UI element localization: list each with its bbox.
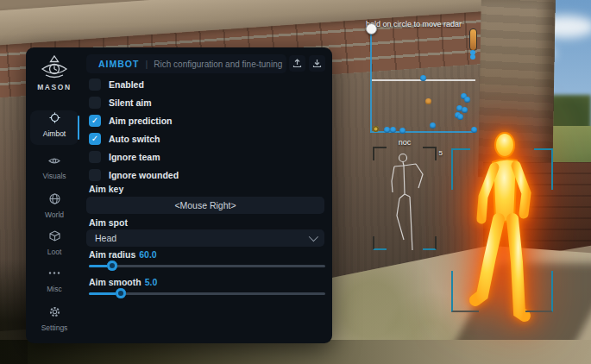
radar-blip-blue [430, 122, 436, 129]
aim-smooth-label-row: Aim smooth 5.0 [89, 277, 157, 287]
radar-blip-blue [399, 128, 406, 134]
gear-icon [49, 306, 60, 317]
mason-eye-icon [40, 54, 69, 80]
aim-key-bind-button[interactable]: <Mouse Right> [86, 197, 324, 214]
radar-blip-blue [462, 107, 468, 113]
chevron-down-icon [309, 232, 318, 242]
aim-smooth-slider[interactable] [89, 288, 325, 298]
radar-blip-blue [471, 127, 477, 133]
check-icon: ✓ [91, 135, 98, 143]
sidebar-item-world[interactable]: World [30, 191, 79, 224]
radar-move-handle[interactable] [366, 23, 377, 35]
aim-spot-label: Aim spot [89, 217, 128, 228]
sidebar-item-loot[interactable]: Loot [30, 229, 79, 261]
enemy-dot-marker [470, 54, 475, 60]
skeleton-esp-box: noc 5 [373, 147, 437, 250]
ground-shadow-strip [0, 340, 591, 364]
checkbox-box[interactable]: ✓ [89, 78, 101, 91]
slider-thumb[interactable] [107, 260, 117, 271]
esp-corner [451, 271, 479, 312]
aim-key-label: Aim key [89, 184, 123, 194]
esp-corner [423, 236, 437, 250]
sidebar: MASON Aimbot Visuals [26, 47, 83, 343]
check-icon: ✓ [91, 116, 98, 125]
enemy-capsule-marker [469, 28, 477, 51]
crate-icon [49, 230, 60, 242]
radar-blip-blue [390, 127, 396, 133]
esp-corner [534, 148, 553, 190]
target-distance-label: 5 [439, 149, 443, 157]
slider-thumb[interactable] [116, 288, 126, 298]
checkbox-box[interactable]: ✓ [89, 97, 101, 109]
brand-name: MASON [26, 83, 83, 91]
sidebar-item-aimbot[interactable]: Aimbot [30, 110, 79, 145]
esp-corner [373, 236, 387, 250]
left-shadow [0, 259, 28, 364]
radar-blip-blue [457, 114, 463, 120]
aim-smooth-value: 5.0 [145, 277, 158, 287]
aim-radius-slider[interactable] [89, 260, 325, 271]
target-name-label: noc [373, 138, 437, 147]
checkbox-ignore-wounded[interactable]: ✓ Ignore wounded [89, 168, 261, 181]
radar-blip-blue [384, 127, 390, 133]
checkbox-box[interactable]: ✓ [89, 169, 101, 181]
radar-blip-blue [420, 75, 426, 81]
sidebar-item-misc[interactable]: Misc [30, 266, 79, 298]
aim-radius-value: 60.0 [139, 249, 156, 260]
aim-spot-select[interactable]: Head [86, 229, 324, 247]
download-icon [312, 59, 322, 68]
checkbox-box[interactable]: ✓ [89, 151, 101, 163]
aim-spot-value: Head [95, 233, 116, 243]
esp-corner [373, 147, 387, 160]
globe-icon [49, 193, 60, 204]
import-config-button[interactable] [309, 55, 325, 72]
eye-icon [48, 156, 60, 166]
esp-corner [451, 148, 470, 190]
sidebar-item-visuals[interactable]: Visuals [30, 154, 79, 187]
radar-blip-blue [464, 97, 470, 103]
radar-hint-text: hold on circle to move radar [366, 20, 462, 28]
esp-corner [423, 147, 437, 160]
cheat-menu-panel: MASON Aimbot Visuals [26, 47, 332, 343]
ellipsis-icon [48, 267, 60, 279]
offscreen-enemy-indicator [469, 28, 476, 60]
radar [370, 32, 475, 133]
brand-logo: MASON [26, 54, 83, 91]
checkbox-auto-switch[interactable]: ✓ Auto switch [89, 132, 261, 145]
checkbox-ignore-team[interactable]: ✓ Ignore team [89, 150, 261, 163]
sidebar-item-settings[interactable]: Settings [30, 304, 79, 337]
checkbox-box[interactable]: ✓ [89, 133, 101, 145]
section-title: AIMBOT [98, 59, 139, 69]
checkbox-enabled[interactable]: ✓ Enabled [89, 78, 261, 91]
esp-corner [525, 271, 553, 312]
aim-radius-label-row: Aim radius 60.0 [89, 249, 157, 260]
game-screen: noc 5 hold on circle to move radar [0, 0, 591, 364]
checkbox-box[interactable]: ✓ [89, 115, 101, 127]
enemy-esp-box [451, 148, 553, 312]
checkbox-silent-aim[interactable]: ✓ Silent aim [89, 96, 261, 109]
radar-blip-orange [425, 98, 431, 104]
section-header: AIMBOT | Rich configuration and fine-tun… [86, 54, 286, 73]
radar-blip-yellow [373, 126, 379, 132]
checkbox-aim-prediction[interactable]: ✓ Aim prediction [89, 114, 261, 127]
upload-icon [292, 59, 302, 68]
crosshair-icon [49, 112, 60, 123]
section-subtitle: Rich configuration and fine-tuning [154, 60, 282, 69]
export-config-button[interactable] [289, 55, 305, 72]
